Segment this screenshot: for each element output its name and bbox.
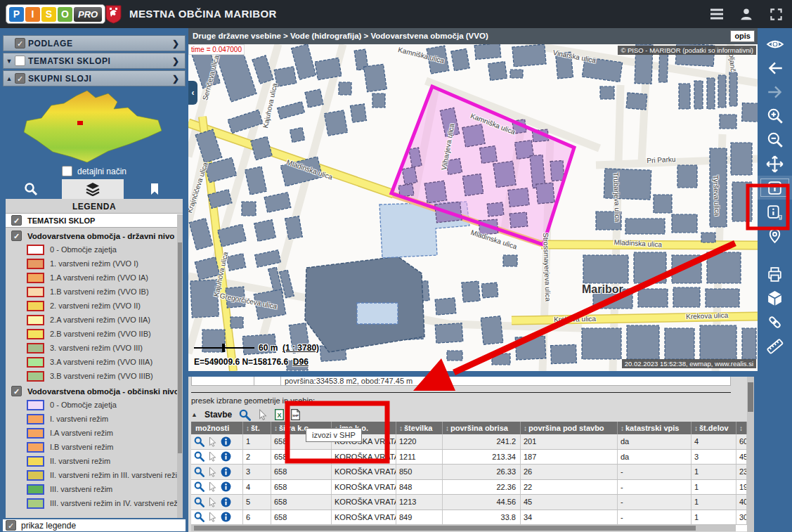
skupni-checkbox[interactable]	[15, 73, 25, 84]
group-select-icon[interactable]	[258, 409, 268, 420]
col-povrsina-obrisa[interactable]: ↕površina obrisa	[443, 422, 521, 434]
row-info-icon[interactable]	[221, 436, 231, 447]
row-zoom-icon[interactable]	[194, 497, 205, 507]
legend-scrollbar[interactable]	[177, 214, 183, 518]
zoom-out-icon[interactable]	[758, 128, 792, 152]
eye-icon[interactable]	[758, 32, 792, 56]
divider	[191, 392, 731, 393]
accordion-tematski-sklopi[interactable]: ▼ TEMATSKI SKLOPI ❯	[3, 53, 186, 69]
cell-povrsina-pod-stavbo: 201	[521, 434, 618, 449]
row-zoom-icon[interactable]	[194, 467, 205, 477]
detail-mode-checkbox[interactable]	[62, 166, 72, 176]
row-select-icon[interactable]	[208, 436, 217, 447]
row-zoom-icon[interactable]	[194, 481, 205, 492]
cell-stevilka: 849	[396, 510, 443, 525]
row-info-icon[interactable]	[221, 512, 231, 522]
row-select-icon[interactable]	[208, 467, 217, 477]
accordion-podlage[interactable]: PODLAGE ❯	[3, 35, 186, 51]
cell-st-delov: 4	[692, 434, 736, 449]
group-zoom-icon[interactable]	[239, 409, 251, 421]
tab-bookmarks[interactable]	[124, 179, 186, 199]
result-group-title: Stavbe	[205, 410, 232, 420]
arrow-right-icon[interactable]	[758, 80, 792, 104]
opis-button[interactable]: opis	[730, 30, 755, 42]
col-povrsina-pod-stavbo[interactable]: ↕površina pod stavbo	[521, 422, 618, 434]
cell-st: 6	[243, 510, 271, 525]
tematski-checkbox[interactable]	[15, 56, 25, 66]
row-select-icon[interactable]	[208, 451, 217, 462]
user-icon[interactable]	[739, 6, 754, 22]
legend-item-label: I.A varstveni režim	[50, 429, 113, 437]
row-info-icon[interactable]	[221, 497, 231, 507]
table-header-row: možnosti ↕št. ↕šifra k.o. ↕ime k.o. ↕šte…	[191, 422, 747, 434]
legend-item: I.A varstveni režim	[6, 426, 183, 440]
group-checkbox[interactable]	[11, 231, 22, 241]
piso-logo[interactable]: P I S O PRO	[6, 4, 105, 24]
col-partial[interactable]: ↕	[736, 422, 747, 434]
render-time-label: time = 0.047000	[188, 44, 245, 55]
row-info-icon[interactable]	[221, 467, 231, 477]
link-icon[interactable]	[758, 310, 792, 334]
identify-geometry-icon[interactable]: g	[758, 200, 792, 223]
legend-item: 0 - Območje zajetja	[6, 242, 183, 257]
collapse-triangle-icon[interactable]: ▲	[191, 411, 197, 418]
row-info-icon[interactable]	[221, 481, 231, 492]
zoom-in-icon[interactable]	[758, 104, 792, 128]
cell-ime-ko: KOROŠKA VRATA	[332, 450, 396, 465]
col-katastrski-vpis[interactable]: ↕katastrski vpis	[618, 422, 692, 434]
row-select-icon[interactable]	[208, 497, 217, 507]
map-canvas[interactable]: Kamniška ulica Vinarska ulica Poljanč Se…	[188, 44, 758, 371]
identify-icon[interactable]	[758, 176, 792, 200]
overview-map[interactable]	[17, 90, 171, 164]
scale-ratio[interactable]: (1 : 3780)	[283, 343, 319, 353]
print-icon[interactable]	[758, 262, 792, 286]
ruler-icon[interactable]	[758, 334, 792, 358]
location-pin-icon[interactable]	[758, 223, 792, 247]
legend-item-label: 3. varstveni režim (VVO III)	[50, 344, 143, 352]
row-select-icon[interactable]	[208, 512, 217, 522]
horizontal-scrollbar[interactable]	[191, 525, 747, 531]
row-zoom-icon[interactable]	[194, 451, 205, 462]
cell-sifra-ko: 658	[271, 450, 332, 465]
legend-swatch	[27, 301, 44, 311]
vertical-scrollbar[interactable]	[747, 377, 754, 532]
col-moznosti[interactable]: možnosti	[191, 422, 243, 434]
tab-layers[interactable]	[62, 179, 124, 199]
cell-partial: 40	[736, 495, 747, 510]
menu-icon[interactable]	[709, 6, 725, 22]
accordion-skupni-sloji[interactable]: ▲ SKUPNI SLOJI ❯	[3, 70, 186, 86]
row-info-icon[interactable]	[221, 451, 231, 462]
row-zoom-icon[interactable]	[194, 436, 205, 447]
arrow-left-icon[interactable]	[758, 56, 792, 80]
breadcrumb: Druge državne vsebine > Vode (hidrografi…	[188, 28, 758, 44]
show-legend-checkbox[interactable]	[6, 520, 16, 531]
geometry-info-text: površina:33453.8 m2, obod:747.45 m	[281, 377, 731, 386]
col-stevilka[interactable]: ↕številka	[396, 422, 443, 434]
pan-icon[interactable]	[758, 152, 792, 176]
tematski-sklop-checkbox[interactable]	[11, 215, 22, 226]
coordinates-readout: E=549009.6 N=158176.6 D96	[194, 357, 309, 367]
cell-stevilka: 1220	[396, 434, 443, 449]
group-checkbox[interactable]	[11, 386, 22, 396]
col-st[interactable]: ↕št.	[243, 422, 271, 434]
row-zoom-icon[interactable]	[194, 512, 205, 522]
legend-swatch	[27, 315, 44, 325]
cube-3d-icon[interactable]	[758, 286, 792, 310]
row-select-icon[interactable]	[208, 481, 217, 492]
col-st-delov[interactable]: ↕št.delov	[692, 422, 736, 434]
legend-swatch	[27, 428, 44, 439]
export-xls-icon[interactable]: X	[275, 409, 284, 420]
podlage-checkbox[interactable]	[15, 38, 25, 48]
legend-item: 2.A varstveni režim (VVO IIA)	[6, 313, 183, 327]
fullscreen-icon[interactable]	[768, 6, 784, 22]
cell-povrsina-obrisa: 213.34	[443, 450, 521, 465]
geometry-cell	[191, 377, 254, 386]
cell-povrsina-pod-stavbo: 45	[521, 495, 618, 510]
datum-label[interactable]: D96	[293, 357, 309, 367]
expander-icon[interactable]: ▲	[4, 75, 15, 82]
coat-of-arms	[105, 5, 122, 27]
export-shp-icon[interactable]: SHP	[291, 409, 300, 420]
expander-icon[interactable]: ▼	[4, 58, 15, 65]
tab-search[interactable]	[0, 179, 62, 199]
sidebar-collapse-button[interactable]: ‹	[188, 81, 197, 105]
